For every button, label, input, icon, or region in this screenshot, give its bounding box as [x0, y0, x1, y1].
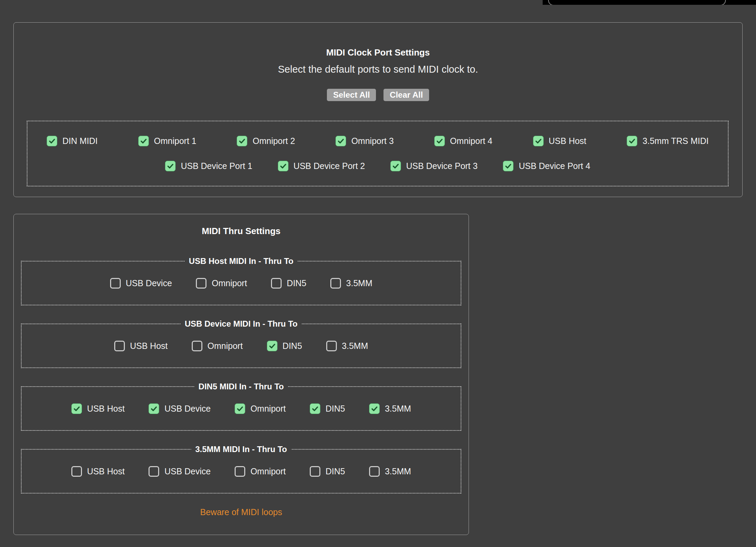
thru-group-legend: 3.5MM MIDI In - Thru To: [191, 444, 291, 454]
select-all-button[interactable]: Select All: [327, 89, 376, 101]
checkbox-label: DIN5: [326, 466, 345, 476]
checkbox-item[interactable]: USB Device: [149, 403, 211, 414]
page-root: MIDI Clock Port Settings Select the defa…: [0, 0, 756, 547]
checkbox-checked-icon[interactable]: [237, 136, 247, 146]
checkbox-checked-icon[interactable]: [149, 403, 159, 414]
checkbox-checked-icon[interactable]: [434, 136, 445, 146]
checkbox-item[interactable]: USB Host: [533, 136, 587, 146]
checkbox-item[interactable]: Omniport 1: [138, 136, 197, 146]
thru-group-options: USB HostOmniportDIN53.5MM: [22, 324, 461, 367]
checkbox-checked-icon[interactable]: [533, 136, 544, 146]
checkbox-checked-icon[interactable]: [627, 136, 637, 146]
checkbox-unchecked-icon[interactable]: [310, 466, 320, 477]
checkbox-item[interactable]: Omniport 4: [434, 136, 493, 146]
thru-panel-title: MIDI Thru Settings: [14, 214, 469, 236]
checkbox-item[interactable]: DIN5: [310, 466, 345, 477]
checkbox-item[interactable]: DIN5: [267, 341, 302, 351]
checkbox-item[interactable]: 3.5MM: [369, 403, 411, 414]
checkbox-label: USB Device Port 1: [181, 161, 252, 171]
checkbox-label: USB Device: [164, 404, 211, 414]
thru-group-din5-in: DIN5 MIDI In - Thru To USB HostUSB Devic…: [21, 386, 461, 431]
checkbox-unchecked-icon[interactable]: [271, 278, 282, 289]
clock-port-row-2: USB Device Port 1USB Device Port 2USB De…: [47, 161, 709, 171]
checkbox-label: USB Host: [87, 404, 125, 414]
checkbox-label: USB Host: [87, 466, 125, 476]
thru-group-options: USB DeviceOmniportDIN53.5MM: [22, 262, 461, 305]
midi-loop-warning: Beware of MIDI loops: [14, 507, 469, 517]
checkbox-label: USB Device: [164, 466, 211, 476]
checkbox-item[interactable]: USB Host: [71, 466, 125, 477]
checkbox-unchecked-icon[interactable]: [196, 278, 206, 289]
clock-button-row: Select All Clear All: [14, 89, 742, 101]
checkbox-item[interactable]: 3.5MM: [330, 278, 372, 289]
checkbox-label: DIN5: [283, 341, 302, 351]
checkbox-unchecked-icon[interactable]: [330, 278, 341, 289]
checkbox-item[interactable]: DIN MIDI: [47, 136, 98, 146]
checkbox-checked-icon[interactable]: [310, 403, 320, 414]
checkbox-checked-icon[interactable]: [235, 403, 245, 414]
checkbox-unchecked-icon[interactable]: [369, 466, 380, 477]
checkbox-label: 3.5MM: [342, 341, 368, 351]
thru-group-usb-host-in: USB Host MIDI In - Thru To USB DeviceOmn…: [21, 261, 461, 305]
clock-port-group-box: DIN MIDIOmniport 1Omniport 2Omniport 3Om…: [27, 121, 729, 186]
checkbox-label: Omniport 2: [252, 136, 295, 146]
checkbox-item[interactable]: 3.5mm TRS MIDI: [627, 136, 709, 146]
checkbox-item[interactable]: USB Device: [149, 466, 211, 477]
checkbox-checked-icon[interactable]: [369, 403, 380, 414]
address-bar-fragment: [548, 0, 726, 5]
checkbox-label: USB Device Port 2: [294, 161, 365, 171]
checkbox-checked-icon[interactable]: [335, 136, 346, 146]
thru-group-legend: USB Device MIDI In - Thru To: [181, 319, 302, 329]
checkbox-item[interactable]: 3.5MM: [326, 341, 368, 351]
checkbox-item[interactable]: USB Device Port 4: [503, 161, 590, 171]
checkbox-item[interactable]: Omniport: [235, 466, 286, 477]
checkbox-checked-icon[interactable]: [503, 161, 513, 171]
checkbox-item[interactable]: Omniport 3: [335, 136, 394, 146]
checkbox-item[interactable]: DIN5: [310, 403, 345, 414]
checkbox-item[interactable]: DIN5: [271, 278, 306, 289]
checkbox-item[interactable]: Omniport: [196, 278, 247, 289]
checkbox-label: 3.5mm TRS MIDI: [642, 136, 709, 146]
checkbox-label: USB Device Port 4: [519, 161, 590, 171]
checkbox-checked-icon[interactable]: [278, 161, 288, 171]
checkbox-checked-icon[interactable]: [165, 161, 176, 171]
checkbox-checked-icon[interactable]: [71, 403, 82, 414]
checkbox-item[interactable]: 3.5MM: [369, 466, 411, 477]
checkbox-item[interactable]: Omniport: [192, 341, 243, 351]
checkbox-checked-icon[interactable]: [47, 136, 57, 146]
checkbox-checked-icon[interactable]: [267, 341, 277, 351]
checkbox-label: Omniport: [212, 278, 247, 288]
checkbox-checked-icon[interactable]: [390, 161, 401, 171]
checkbox-item[interactable]: Omniport 2: [237, 136, 295, 146]
checkbox-item[interactable]: USB Device Port 1: [165, 161, 252, 171]
checkbox-item[interactable]: USB Host: [71, 403, 125, 414]
checkbox-unchecked-icon[interactable]: [149, 466, 159, 477]
checkbox-item[interactable]: USB Device Port 3: [390, 161, 477, 171]
clear-all-button[interactable]: Clear All: [383, 89, 429, 101]
checkbox-label: DIN5: [287, 278, 306, 288]
checkbox-unchecked-icon[interactable]: [326, 341, 337, 351]
clock-panel-title: MIDI Clock Port Settings: [14, 23, 742, 58]
checkbox-label: 3.5MM: [346, 278, 372, 288]
checkbox-item[interactable]: USB Host: [114, 341, 168, 351]
clock-port-row-1: DIN MIDIOmniport 1Omniport 2Omniport 3Om…: [47, 136, 709, 146]
thru-group-35mm-in: 3.5MM MIDI In - Thru To USB HostUSB Devi…: [21, 449, 461, 494]
checkbox-label: Omniport 1: [154, 136, 197, 146]
checkbox-label: USB Device Port 3: [406, 161, 477, 171]
checkbox-label: Omniport: [208, 341, 243, 351]
checkbox-item[interactable]: USB Device: [110, 278, 172, 289]
checkbox-unchecked-icon[interactable]: [114, 341, 125, 351]
checkbox-unchecked-icon[interactable]: [235, 466, 245, 477]
checkbox-label: Omniport 4: [450, 136, 493, 146]
checkbox-checked-icon[interactable]: [138, 136, 149, 146]
checkbox-unchecked-icon[interactable]: [192, 341, 202, 351]
checkbox-item[interactable]: USB Device Port 2: [278, 161, 365, 171]
thru-group-options: USB HostUSB DeviceOmniportDIN53.5MM: [22, 387, 461, 430]
checkbox-label: 3.5MM: [385, 404, 411, 414]
checkbox-label: Omniport 3: [351, 136, 394, 146]
checkbox-unchecked-icon[interactable]: [110, 278, 121, 289]
checkbox-item[interactable]: Omniport: [235, 403, 286, 414]
checkbox-unchecked-icon[interactable]: [71, 466, 82, 477]
checkbox-label: DIN MIDI: [62, 136, 98, 146]
thru-group-legend: USB Host MIDI In - Thru To: [185, 256, 298, 266]
